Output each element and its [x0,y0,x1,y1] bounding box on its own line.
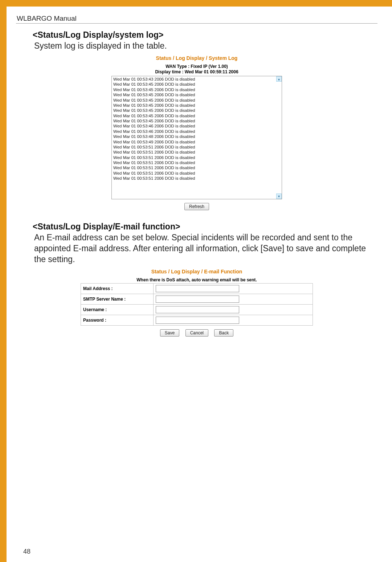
email-panel: Status / Log Display / E-mail Function W… [16,269,377,338]
log-line: Wed Mar 01 00:53:46 2006 DOD is disabled [113,129,277,134]
password-input[interactable] [156,317,239,324]
left-accent-bar [0,0,7,562]
email-panel-title: Status / Log Display / E-mail Function [16,269,377,274]
log-line: Wed Mar 01 00:53:45 2006 DOD is disabled [113,118,277,123]
username-input[interactable] [156,306,239,313]
section-heading-syslog: <Status/Log Display/system log> [16,30,377,40]
scroll-down-icon[interactable]: ▾ [276,194,282,199]
wan-type-line: WAN Type : Fixed IP (Ver 1.00) [16,64,377,70]
log-line: Wed Mar 01 00:53:51 2006 DOD is disabled [113,171,277,176]
log-line: Wed Mar 01 00:53:51 2006 DOD is disabled [113,155,277,160]
log-line: Wed Mar 01 00:53:51 2006 DOD is disabled [113,165,277,170]
log-line: Wed Mar 01 00:53:48 2006 DOD is disabled [113,134,277,139]
log-line: Wed Mar 01 00:53:49 2006 DOD is disabled [113,139,277,144]
log-line: Wed Mar 01 00:53:45 2006 DOD is disabled [113,113,277,118]
log-line: Wed Mar 01 00:53:45 2006 DOD is disabled [113,108,277,113]
mail-address-label: Mail Address : [81,283,154,294]
log-line: Wed Mar 01 00:53:45 2006 DOD is disabled [113,92,277,97]
section-body-email: An E-mail address can be set below. Spec… [16,232,377,265]
refresh-button[interactable]: Refresh [184,203,209,210]
password-label: Password : [81,315,154,325]
smtp-input[interactable] [156,296,239,303]
log-line: Wed Mar 01 00:53:45 2006 DOD is disabled [113,98,277,103]
log-line: Wed Mar 01 00:53:45 2006 DOD is disabled [113,87,277,92]
log-line: Wed Mar 01 00:53:51 2006 DOD is disabled [113,160,277,165]
cancel-button[interactable]: Cancel [185,329,208,337]
log-line: Wed Mar 01 00:53:45 2006 DOD is disabled [113,103,277,108]
mail-address-input[interactable] [156,285,239,292]
scroll-up-icon[interactable]: ▴ [276,76,282,82]
save-button[interactable]: Save [160,329,179,337]
email-form-table: Mail Address : SMTP Server Name : Userna… [81,283,313,326]
log-line: Wed Mar 01 00:53:46 2006 DOD is disabled [113,123,277,129]
log-line: Wed Mar 01 00:53:51 2006 DOD is disabled [113,150,277,155]
smtp-label: SMTP Server Name : [81,294,154,304]
email-button-row: Save Cancel Back [16,328,377,338]
back-button[interactable]: Back [214,329,233,337]
username-label: Username : [81,304,154,315]
syslog-panel-title: Status / Log Display / System Log [16,55,377,61]
log-line: Wed Mar 01 00:53:51 2006 DOD is disabled [113,144,277,150]
page-content: WLBARGO Manual <Status/Log Display/syste… [7,7,392,562]
section-body-syslog: System log is displayed in the table. [16,41,377,52]
manual-title: WLBARGO Manual [16,14,377,24]
page-number: 48 [23,548,30,555]
section-heading-email: <Status/Log Display/E-mail function> [16,222,377,232]
syslog-panel: Status / Log Display / System Log WAN Ty… [16,55,377,212]
log-line: Wed Mar 01 00:53:51 2006 DOD is disabled [113,176,277,181]
log-line: Wed Mar 01 00:53:43 2006 DOD is disabled [113,77,277,82]
log-line: Wed Mar 01 00:53:45 2006 DOD is disabled [113,82,277,87]
dos-note: When there is DoS attach, auto warning e… [16,277,377,282]
log-textarea[interactable]: Wed Mar 01 00:53:43 2006 DOD is disabled… [111,76,282,199]
display-time-line: Display time : Wed Mar 01 00:59:11 2006 [16,69,377,75]
top-accent-bar [0,0,392,7]
